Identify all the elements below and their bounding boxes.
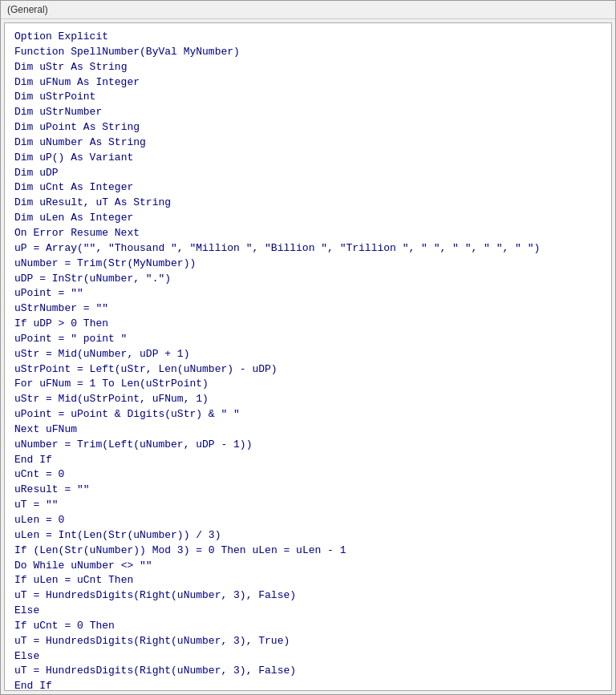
title-bar: (General)	[1, 1, 615, 19]
code-block: Option Explicit Function SpellNumber(ByV…	[14, 30, 602, 691]
code-container[interactable]: Option Explicit Function SpellNumber(ByV…	[4, 22, 612, 691]
vba-editor-window: (General) Option Explicit Function Spell…	[0, 0, 616, 695]
title-text: (General)	[7, 4, 48, 15]
